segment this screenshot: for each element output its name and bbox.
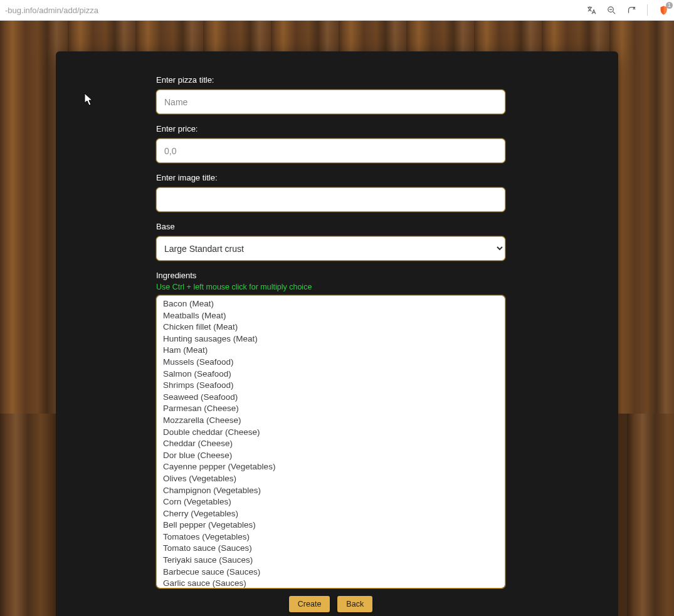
image-title-label: Enter image title: [156, 173, 556, 182]
ingredients-group: Ingredients Use Ctrl + left mouse click … [156, 271, 556, 588]
back-button[interactable]: Back [337, 596, 372, 612]
ingredient-option[interactable]: Salmon (Seafood) [157, 368, 505, 380]
price-label: Enter price: [156, 124, 556, 133]
ingredient-option[interactable]: Chicken fillet (Meat) [157, 321, 505, 333]
ingredient-option[interactable]: Cayenne pepper (Vegetables) [157, 461, 505, 473]
ingredient-option[interactable]: Olives (Vegetables) [157, 473, 505, 485]
ingredient-option[interactable]: Garlic sauce (Sauces) [157, 578, 505, 588]
ingredient-option[interactable]: Barbecue sauce (Sauces) [157, 566, 505, 578]
ingredient-option[interactable]: Tomatoes (Vegetables) [157, 531, 505, 543]
url-host: -bug.info [5, 6, 37, 15]
ingredient-option[interactable]: Champignon (Vegetables) [157, 485, 505, 497]
ingredient-option[interactable]: Shrimps (Seafood) [157, 380, 505, 392]
ingredient-option[interactable]: Seaweed (Seafood) [157, 392, 505, 404]
ingredient-option[interactable]: Corn (Vegetables) [157, 496, 505, 508]
form-buttons: Create Back [156, 596, 505, 612]
ingredients-multiselect[interactable]: Bacon (Meat)Meatballs (Meat)Chicken fill… [156, 295, 505, 588]
base-group: Base Large Standart crust [156, 222, 556, 261]
url-display[interactable]: -bug.info/admin/add/pizza [5, 6, 586, 15]
ingredient-option[interactable]: Teriyaki sauce (Sauces) [157, 555, 505, 566]
image-title-input[interactable] [156, 187, 505, 212]
ingredient-option[interactable]: Mussels (Seafood) [157, 357, 505, 368]
image-title-group: Enter image title: [156, 173, 556, 212]
ingredient-option[interactable]: Hunting sausages (Meat) [157, 333, 505, 345]
price-input[interactable] [156, 138, 505, 163]
ingredients-label: Ingredients [156, 271, 556, 280]
share-icon[interactable] [626, 4, 637, 16]
ingredient-option[interactable]: Tomato sauce (Sauces) [157, 543, 505, 555]
ingredient-option[interactable]: Mozzarella (Cheese) [157, 415, 505, 427]
title-group: Enter pizza title: [156, 75, 556, 114]
ingredient-option[interactable]: Parmesan (Cheese) [157, 403, 505, 415]
ingredient-option[interactable]: Bacon (Meat) [157, 298, 505, 310]
pizza-title-input[interactable] [156, 90, 505, 114]
title-label: Enter pizza title: [156, 75, 556, 85]
shield-count-badge: 1 [666, 2, 673, 9]
toolbar-divider [647, 4, 648, 16]
ingredient-option[interactable]: Ham (Meat) [157, 345, 505, 357]
zoom-out-icon[interactable] [606, 4, 617, 16]
ingredients-hint: Use Ctrl + left mouse click for multiply… [156, 283, 556, 291]
ingredient-option[interactable]: Double cheddar (Cheese) [157, 427, 505, 439]
browser-address-bar: -bug.info/admin/add/pizza 1 [0, 0, 674, 21]
ingredient-option[interactable]: Dor blue (Cheese) [157, 450, 505, 462]
ingredient-option[interactable]: Cheddar (Cheese) [157, 438, 505, 450]
ingredient-option[interactable]: Meatballs (Meat) [157, 310, 505, 322]
create-button[interactable]: Create [289, 596, 330, 612]
translate-icon[interactable] [586, 4, 597, 16]
ingredient-option[interactable]: Cherry (Vegetables) [157, 508, 505, 520]
base-label: Base [156, 222, 556, 231]
price-group: Enter price: [156, 124, 556, 163]
url-path: /admin/add/pizza [37, 6, 98, 15]
ingredient-option[interactable]: Bell pepper (Vegetables) [157, 519, 505, 531]
add-pizza-form-panel: Enter pizza title: Enter price: Enter im… [56, 51, 618, 616]
brave-shield-icon[interactable]: 1 [658, 4, 669, 16]
base-select[interactable]: Large Standart crust [156, 236, 505, 261]
